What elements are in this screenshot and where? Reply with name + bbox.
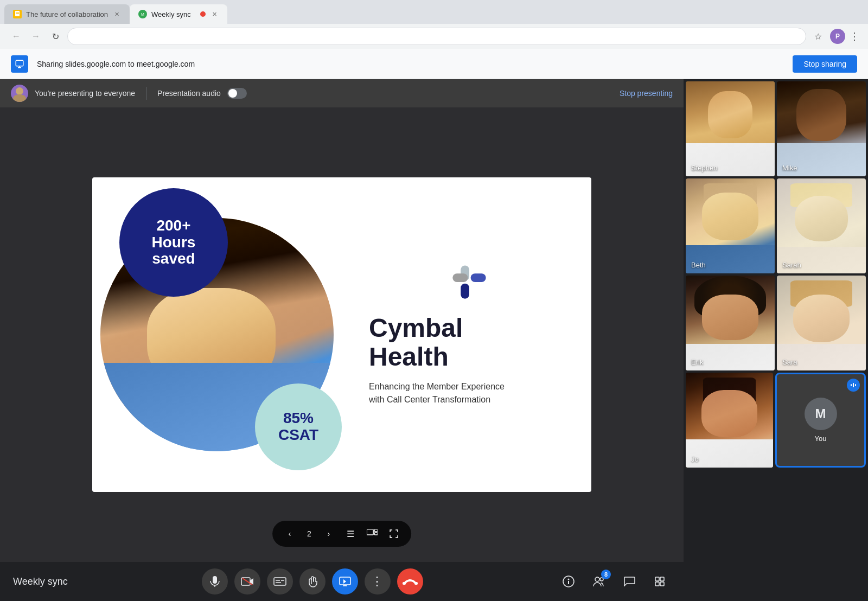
presentation-area: You're presenting to everyone Presentati… — [0, 79, 684, 601]
participant-stephen: Stephen — [686, 81, 775, 176]
tab-bar: The future of collaboration ✕ M Weekly s… — [0, 0, 868, 49]
svg-rect-9 — [461, 284, 469, 299]
stop-sharing-button[interactable]: Stop sharing — [793, 55, 857, 73]
people-button[interactable]: 8 — [588, 571, 610, 592]
bottom-toolbar: Weekly sync — [0, 562, 684, 601]
presenting-text: You're presenting to everyone — [35, 89, 135, 98]
microphone-button[interactable] — [202, 568, 228, 594]
presenter-avatar — [11, 85, 28, 102]
next-slide-button[interactable]: › — [320, 525, 337, 542]
sharing-icon — [11, 55, 28, 73]
stat-hours: Hours — [152, 234, 196, 251]
toggle-thumb — [228, 89, 237, 98]
svg-rect-33 — [655, 577, 659, 581]
meet-tab-close[interactable]: ✕ — [210, 10, 219, 18]
sara-label: Sara — [782, 358, 797, 366]
chat-button[interactable] — [618, 571, 640, 592]
svg-rect-10 — [452, 273, 468, 282]
presenter-view-icon[interactable] — [363, 525, 381, 542]
raise-hand-button[interactable] — [299, 568, 326, 594]
slides-tab-close[interactable]: ✕ — [112, 10, 121, 18]
participants-panel: Stephen Mike B — [684, 79, 868, 601]
bookmark-icon[interactable]: ☆ — [810, 29, 826, 44]
tab-slides[interactable]: The future of collaboration ✕ — [4, 4, 130, 24]
more-options-button[interactable]: ⋮ — [365, 568, 391, 594]
participant-sarah: Sarah — [777, 178, 866, 273]
jo-label: Jo — [691, 455, 699, 463]
audio-toggle[interactable] — [227, 88, 247, 99]
svg-point-31 — [595, 577, 599, 581]
participant-beth: Beth — [686, 178, 775, 273]
participant-mike: Mike — [777, 81, 866, 176]
slide: 200+ Hours saved 85% CSAT — [92, 177, 591, 492]
svg-rect-27 — [414, 582, 418, 585]
end-call-button[interactable] — [397, 568, 423, 594]
filmstrip-icon[interactable]: ☰ — [342, 525, 359, 542]
address-bar[interactable] — [67, 28, 806, 45]
sharing-bar: Sharing slides.google.com to meet.google… — [0, 49, 868, 79]
back-button[interactable]: ← — [9, 29, 24, 44]
stat-saved: saved — [152, 251, 195, 267]
reload-button[interactable]: ↻ — [48, 29, 63, 44]
toolbar-right: 8 — [558, 571, 671, 592]
you-avatar: M — [805, 398, 837, 430]
svg-rect-19 — [274, 578, 286, 585]
stat-circle-csat: 85% CSAT — [255, 383, 342, 470]
meeting-name: Weekly sync — [13, 576, 68, 587]
stephen-label: Stephen — [691, 164, 717, 172]
svg-rect-5 — [16, 60, 23, 66]
svg-rect-39 — [855, 384, 856, 386]
participant-sara: Sara — [777, 276, 866, 370]
divider — [146, 87, 146, 100]
forward-button[interactable]: → — [28, 29, 43, 44]
people-badge: 8 — [601, 570, 611, 579]
cymbal-cross-icon — [450, 263, 488, 301]
svg-rect-36 — [660, 582, 664, 586]
stat-85: 85% — [283, 410, 314, 427]
svg-point-7 — [13, 94, 26, 102]
you-tile: M You — [775, 373, 866, 468]
slides-favicon — [13, 10, 22, 18]
svg-point-29 — [567, 579, 569, 580]
svg-rect-37 — [851, 384, 852, 386]
subtitle-line1: Enhancing the Member Experience — [369, 380, 570, 393]
you-label: You — [815, 434, 827, 443]
svg-rect-38 — [853, 383, 854, 387]
tab-meet[interactable]: M Weekly sync ✕ — [130, 4, 227, 24]
company-name-line2: Health — [369, 343, 570, 372]
audio-label: Presentation audio — [157, 89, 221, 98]
toolbar-center: ⋮ — [202, 568, 423, 594]
slide-container: 200+ Hours saved 85% CSAT — [0, 107, 684, 562]
present-button[interactable] — [332, 568, 358, 594]
user-avatar: P — [830, 29, 845, 44]
cymbal-logo — [369, 263, 570, 301]
main-area: You're presenting to everyone Presentati… — [0, 79, 868, 601]
svg-rect-15 — [213, 576, 217, 584]
svg-rect-35 — [655, 582, 659, 586]
svg-rect-2 — [16, 13, 19, 14]
stat-circle-hours: 200+ Hours saved — [119, 188, 228, 297]
activities-button[interactable] — [649, 571, 671, 592]
svg-point-6 — [16, 87, 23, 95]
chrome-menu-icon[interactable]: ⋮ — [850, 30, 859, 42]
camera-button[interactable] — [234, 568, 260, 594]
erik-label: Erik — [691, 358, 703, 366]
slide-left: 200+ Hours saved 85% CSAT — [92, 177, 353, 492]
sharing-text: Sharing slides.google.com to meet.google… — [37, 60, 784, 68]
participants-row-2: Beth Sarah — [686, 178, 866, 273]
svg-rect-1 — [16, 12, 19, 12]
sarah-label: Sarah — [782, 261, 801, 269]
prev-slide-button[interactable]: ‹ — [281, 525, 298, 542]
stop-presenting-button[interactable]: Stop presenting — [620, 89, 673, 98]
profile-icon[interactable]: P — [830, 29, 845, 44]
stat-200: 200+ — [156, 218, 190, 234]
mike-label: Mike — [782, 164, 797, 172]
recording-indicator — [200, 11, 206, 17]
participants-row-1: Stephen Mike — [686, 81, 866, 176]
participants-row-3: Erik Sara — [686, 276, 866, 370]
fullscreen-icon[interactable] — [385, 525, 403, 542]
captions-button[interactable] — [267, 568, 293, 594]
subtitle-line2: with Call Center Transformation — [369, 393, 570, 406]
info-button[interactable] — [558, 571, 579, 592]
company-name-line1: Cymbal — [369, 314, 570, 343]
